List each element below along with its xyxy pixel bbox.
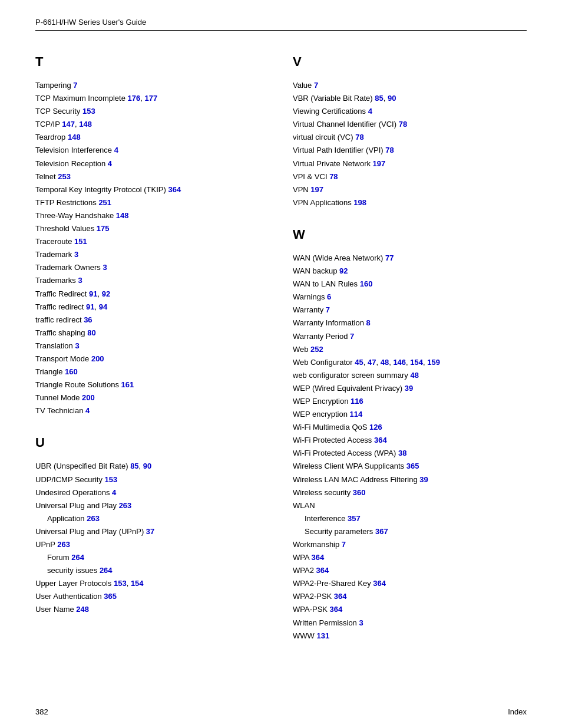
index-link[interactable]: 48 <box>381 358 389 367</box>
index-link[interactable]: 357 <box>348 514 361 523</box>
index-link[interactable]: 8 <box>366 318 371 327</box>
index-link[interactable]: 36 <box>84 315 92 324</box>
index-link[interactable]: 198 <box>353 198 366 207</box>
index-link[interactable]: 85 <box>375 94 383 103</box>
index-link[interactable]: 4 <box>114 146 118 154</box>
index-link[interactable]: 90 <box>388 94 396 103</box>
index-link[interactable]: 80 <box>87 328 95 337</box>
index-link[interactable]: 85 <box>130 462 138 470</box>
index-link[interactable]: 114 <box>350 410 363 419</box>
index-link[interactable]: 126 <box>369 423 382 431</box>
index-link[interactable]: 3 <box>75 341 79 350</box>
index-link[interactable]: 148 <box>68 133 81 141</box>
index-link[interactable]: 148 <box>79 120 92 129</box>
index-link[interactable]: 38 <box>398 449 406 457</box>
index-link[interactable]: 197 <box>310 185 323 194</box>
index-link[interactable]: 200 <box>82 393 95 402</box>
list-item: web configurator screen summary 48 <box>293 369 527 382</box>
index-link[interactable]: 364 <box>168 185 181 194</box>
index-link[interactable]: 3 <box>74 250 78 259</box>
index-link[interactable]: 92 <box>102 289 110 298</box>
index-link[interactable]: 94 <box>99 302 107 311</box>
index-link[interactable]: 364 <box>373 579 386 588</box>
index-link[interactable]: 78 <box>355 133 363 141</box>
index-link[interactable]: 200 <box>91 354 104 363</box>
index-link[interactable]: 4 <box>368 107 372 116</box>
index-link[interactable]: 365 <box>104 592 117 601</box>
index-link[interactable]: 7 <box>342 540 346 549</box>
index-link[interactable]: 4 <box>85 406 90 415</box>
index-link[interactable]: 263 <box>87 514 100 523</box>
index-link[interactable]: 147 <box>62 120 75 129</box>
index-link[interactable]: 37 <box>146 527 154 536</box>
index-link[interactable]: 251 <box>98 198 111 207</box>
index-link[interactable]: 3 <box>78 276 82 285</box>
index-link[interactable]: 154 <box>131 579 144 588</box>
index-link[interactable]: 4 <box>108 159 112 168</box>
page-footer: 382 Index <box>35 707 527 716</box>
list-item: Web Configurator 45, 47, 48, 146, 154, 1… <box>293 356 527 369</box>
index-link[interactable]: 7 <box>326 305 330 314</box>
list-item: WAN to LAN Rules 160 <box>293 278 527 291</box>
index-link[interactable]: 4 <box>112 488 116 497</box>
index-link[interactable]: 365 <box>406 462 419 470</box>
index-link[interactable]: 252 <box>310 345 323 354</box>
index-link[interactable]: 160 <box>65 367 78 376</box>
index-link[interactable]: 153 <box>82 107 95 116</box>
index-link[interactable]: 367 <box>375 527 388 536</box>
list-item: Telnet 253 <box>35 170 269 183</box>
index-link[interactable]: 153 <box>114 579 127 588</box>
index-link[interactable]: 364 <box>334 592 347 601</box>
index-link[interactable]: 92 <box>339 266 348 275</box>
index-link[interactable]: 45 <box>355 358 363 367</box>
index-link[interactable]: 177 <box>144 94 157 103</box>
index-link[interactable]: 77 <box>385 253 394 262</box>
index-link[interactable]: 7 <box>350 332 354 341</box>
index-link[interactable]: 175 <box>97 224 110 233</box>
list-item: Workmanship 7 <box>293 538 527 551</box>
index-link[interactable]: 3 <box>103 263 107 272</box>
index-link[interactable]: 248 <box>76 605 89 614</box>
index-link[interactable]: 151 <box>74 237 87 246</box>
index-link[interactable]: 90 <box>143 462 151 470</box>
index-link[interactable]: 263 <box>119 501 132 510</box>
index-link[interactable]: 264 <box>100 566 113 575</box>
index-section-w: WWAN (Wide Area Network) 77WAN backup 92… <box>293 227 527 643</box>
section-letter: U <box>35 435 269 450</box>
index-link[interactable]: 7 <box>73 81 77 90</box>
index-link[interactable]: 78 <box>385 146 394 154</box>
index-link[interactable]: 160 <box>360 279 373 288</box>
index-link[interactable]: 154 <box>410 358 423 367</box>
index-link[interactable]: 364 <box>316 566 329 575</box>
index-link[interactable]: 7 <box>314 81 318 90</box>
index-link[interactable]: 176 <box>128 94 141 103</box>
index-link[interactable]: 91 <box>89 289 97 298</box>
index-link[interactable]: 39 <box>419 475 428 484</box>
index-link[interactable]: 253 <box>58 172 71 181</box>
index-link[interactable]: 159 <box>427 358 440 367</box>
index-link[interactable]: 364 <box>374 436 387 444</box>
index-link[interactable]: 360 <box>353 488 366 497</box>
index-link[interactable]: 39 <box>405 384 413 393</box>
index-link[interactable]: 148 <box>116 211 129 220</box>
index-link[interactable]: 146 <box>393 358 406 367</box>
index-link[interactable]: 78 <box>329 172 338 181</box>
index-link[interactable]: 47 <box>368 358 376 367</box>
index-link[interactable]: 116 <box>351 397 363 406</box>
index-link[interactable]: 153 <box>105 475 118 484</box>
index-link[interactable]: 48 <box>410 371 418 380</box>
list-item: VPI & VCI 78 <box>293 170 527 183</box>
index-link[interactable]: 197 <box>373 159 386 168</box>
index-link[interactable]: 364 <box>312 553 325 562</box>
index-link[interactable]: 264 <box>71 553 84 562</box>
index-link[interactable]: 161 <box>121 380 134 389</box>
index-link[interactable]: 131 <box>316 631 329 640</box>
index-link[interactable]: 364 <box>330 605 343 614</box>
index-link[interactable]: 91 <box>86 302 94 311</box>
index-link[interactable]: 6 <box>327 292 331 301</box>
index-link[interactable]: 78 <box>399 120 407 129</box>
index-link[interactable]: 3 <box>359 618 363 627</box>
list-item: Threshold Values 175 <box>35 222 269 235</box>
index-link[interactable]: 263 <box>57 540 70 549</box>
index-entries: Value 7VBR (Variable Bit Rate) 85, 90Vie… <box>293 79 527 209</box>
